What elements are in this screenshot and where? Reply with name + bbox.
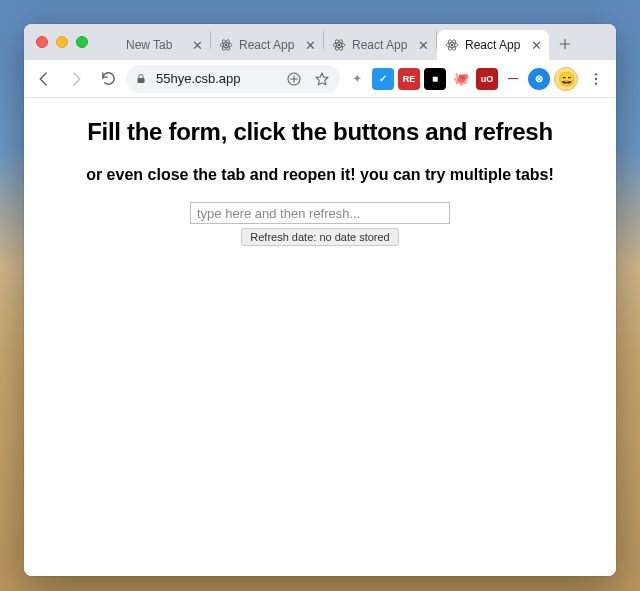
reload-button[interactable] [94,65,122,93]
new-tab-button[interactable] [551,30,579,58]
refresh-date-button[interactable]: Refresh date: no date stored [241,228,398,246]
extension-icon[interactable]: uO [476,68,498,90]
browser-menu-icon[interactable] [582,65,610,93]
profile-avatar[interactable]: 😄 [554,67,578,91]
minimize-window-button[interactable] [56,36,68,48]
lock-icon [134,72,148,86]
extension-icon[interactable]: 🐙 [450,68,472,90]
forward-button[interactable] [62,65,90,93]
browser-toolbar: 55hye.csb.app ✦ ✓ RE ■ 🐙 uO — ⊗ 😄 [24,60,616,98]
tab-label: React App [465,38,523,52]
svg-point-4 [338,44,340,46]
extension-icon[interactable]: ✦ [346,68,368,90]
browser-window: New Tab ✕ React App ✕ React App ✕ [24,24,616,576]
tab-label: New Tab [126,38,184,52]
favicon-placeholder [106,38,120,52]
tab-react-app-active[interactable]: React App ✕ [437,30,549,60]
bookmark-icon[interactable] [312,69,332,89]
react-icon [445,38,459,52]
page-heading: Fill the form, click the buttons and ref… [38,118,602,146]
tab-react-app-2[interactable]: React App ✕ [324,30,436,60]
page-content: Fill the form, click the buttons and ref… [24,98,616,576]
tab-label: React App [239,38,297,52]
react-icon [219,38,233,52]
maximize-window-button[interactable] [76,36,88,48]
svg-point-16 [595,82,597,84]
svg-point-0 [225,44,227,46]
svg-rect-12 [138,78,145,83]
tab-strip: New Tab ✕ React App ✕ React App ✕ [24,24,616,60]
tab-label: React App [352,38,410,52]
extension-icon[interactable]: — [502,68,524,90]
demo-form: Refresh date: no date stored [38,202,602,246]
svg-point-8 [451,44,453,46]
close-tab-icon[interactable]: ✕ [303,38,317,52]
page-subheading: or even close the tab and reopen it! you… [38,166,602,184]
install-app-icon[interactable] [284,69,304,89]
tab-react-app-1[interactable]: React App ✕ [211,30,323,60]
extension-icon[interactable]: ■ [424,68,446,90]
back-button[interactable] [30,65,58,93]
close-tab-icon[interactable]: ✕ [529,38,543,52]
tabs-container: New Tab ✕ React App ✕ React App ✕ [94,24,616,60]
address-bar[interactable]: 55hye.csb.app [126,65,340,93]
extension-icon[interactable]: ✓ [372,68,394,90]
react-icon [332,38,346,52]
extension-icon[interactable]: RE [398,68,420,90]
window-controls [32,24,94,60]
close-tab-icon[interactable]: ✕ [190,38,204,52]
close-window-button[interactable] [36,36,48,48]
close-tab-icon[interactable]: ✕ [416,38,430,52]
url-text: 55hye.csb.app [156,71,276,86]
extensions-row: ✦ ✓ RE ■ 🐙 uO — ⊗ [344,68,550,90]
extension-icon[interactable]: ⊗ [528,68,550,90]
svg-point-14 [595,73,597,75]
demo-text-input[interactable] [190,202,450,224]
tab-new-tab[interactable]: New Tab ✕ [98,30,210,60]
svg-point-15 [595,77,597,79]
